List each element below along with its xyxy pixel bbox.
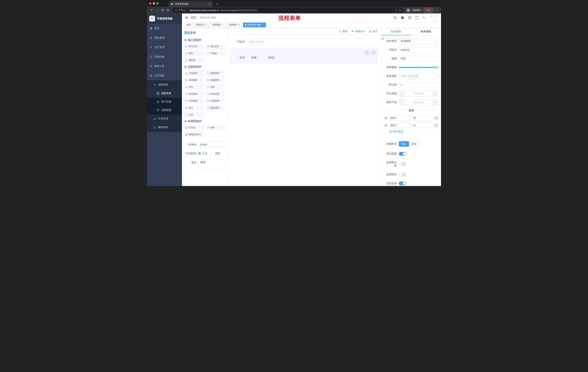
app-logo[interactable]: 芋道管理系统 xyxy=(147,13,182,24)
palette-item-time-picker[interactable]: 时间选择 xyxy=(184,91,204,97)
option-1-value-input[interactable] xyxy=(412,115,433,121)
option-drag-icon[interactable] xyxy=(384,124,387,127)
phone-input[interactable] xyxy=(247,39,378,45)
palette-item-table[interactable]: 表格[开发中] xyxy=(184,132,204,137)
sidebar-item-task-management[interactable]: 任务管理 xyxy=(147,114,182,123)
bookmark-star-icon[interactable] xyxy=(399,9,401,11)
browser-tab[interactable]: 芋道管理系统 xyxy=(169,1,213,7)
tag-home[interactable]: 首页 xyxy=(185,22,193,27)
min-select-input[interactable] xyxy=(404,91,432,96)
user-menu[interactable] xyxy=(430,15,439,21)
option-2-label-input[interactable] xyxy=(388,123,410,128)
sidebar-item-process-management[interactable]: 流程管理 xyxy=(147,80,182,89)
clear-button[interactable]: 清空 xyxy=(369,30,378,33)
tab-form-props[interactable]: 表单属性 xyxy=(411,28,441,35)
sidebar-item-devtools[interactable]: 研发工具 xyxy=(147,62,182,71)
remove-option-button[interactable] xyxy=(435,117,438,120)
palette-item-date-picker[interactable]: 日期选择 xyxy=(184,98,204,104)
form-canvas[interactable]: 手机号 性别 选项一 xyxy=(228,35,381,186)
new-tab-button[interactable] xyxy=(215,2,220,6)
palette-item-single-line-text[interactable]: 单行文本 xyxy=(184,44,204,49)
home-button[interactable] xyxy=(165,8,171,13)
sidebar-toggle-button[interactable] xyxy=(182,16,191,20)
option-2-value-input[interactable] xyxy=(412,123,433,128)
component-type-value[interactable] xyxy=(399,38,438,44)
field-phone[interactable]: 手机号 xyxy=(230,39,378,45)
reload-button[interactable] xyxy=(160,8,165,13)
browser-menu-button[interactable] xyxy=(435,8,439,12)
window-zoom-button[interactable] xyxy=(157,2,159,5)
window-minimize-button[interactable] xyxy=(153,2,155,5)
option-drag-icon[interactable] xyxy=(384,117,387,120)
close-icon[interactable] xyxy=(262,24,264,26)
forward-button[interactable] xyxy=(154,8,160,13)
increase-button[interactable] xyxy=(432,100,438,105)
palette-item-password[interactable]: 密码 xyxy=(184,51,204,56)
palette-item-switch[interactable]: 开关 xyxy=(184,84,204,90)
view-json-button[interactable]: 查看json xyxy=(351,30,365,33)
sidebar-item-user-group[interactable]: 用户分组 xyxy=(147,97,182,106)
address-bar[interactable]: 不安全 | dashboard.yudao.iocoder.cn/bpm/man… xyxy=(172,8,404,13)
max-select-input[interactable] xyxy=(404,100,432,105)
palette-item-slider[interactable]: 滑块 xyxy=(206,84,226,90)
component-type-select[interactable] xyxy=(399,38,438,44)
remove-option-button[interactable] xyxy=(435,124,438,127)
palette-item-editor[interactable]: 编辑器 xyxy=(184,57,204,63)
close-icon[interactable] xyxy=(238,24,240,26)
grid-slider[interactable] xyxy=(399,64,438,70)
field-name-input[interactable] xyxy=(399,47,438,53)
palette-item-counter[interactable]: 计数器 xyxy=(206,51,226,56)
palette-item-checkbox-group[interactable]: 多选框组 xyxy=(206,77,226,83)
add-option-button[interactable]: 添加选项 xyxy=(389,130,438,133)
sidebar-item-payment[interactable]: 支付管理 xyxy=(147,43,182,52)
increase-button[interactable] xyxy=(432,91,438,96)
palette-item-date-range[interactable]: 日期范围 xyxy=(206,98,226,104)
palette-item-select[interactable]: 下拉选择 xyxy=(184,70,204,76)
option-style-default-button[interactable]: 默认 xyxy=(399,141,409,147)
key-icon[interactable] xyxy=(395,9,398,11)
label-width-input[interactable] xyxy=(399,73,438,79)
palette-item-color-picker[interactable]: 颜色选择 xyxy=(206,105,226,110)
back-button[interactable] xyxy=(149,8,154,13)
selected-widget-gender[interactable]: 性别 选项一 选项二 xyxy=(230,48,378,64)
palette-item-upload[interactable]: 上传 xyxy=(184,112,204,117)
sidebar-item-home[interactable]: 首页 xyxy=(147,24,182,33)
sidebar-item-process-model[interactable]: 流程模型 xyxy=(147,106,182,114)
show-label-switch[interactable] xyxy=(399,152,406,156)
sidebar-item-process-form[interactable]: 流程表单 xyxy=(147,89,182,97)
title-input[interactable] xyxy=(399,56,438,62)
border-switch[interactable] xyxy=(399,162,406,166)
slider-handle[interactable] xyxy=(436,66,439,69)
close-icon[interactable] xyxy=(205,24,207,26)
disabled-switch[interactable] xyxy=(399,173,406,176)
option-1-label-input[interactable] xyxy=(388,115,410,121)
tag-process-definition[interactable]: 流程定义 xyxy=(194,22,209,27)
default-value-input[interactable] xyxy=(399,82,438,88)
search-icon[interactable] xyxy=(394,16,397,20)
decrease-button[interactable] xyxy=(399,100,404,105)
required-switch[interactable] xyxy=(399,182,406,185)
form-remark-textarea[interactable]: 嘿嘿 xyxy=(198,159,226,170)
close-icon[interactable] xyxy=(222,24,224,26)
tag-process-form-edit[interactable]: 流程表单-编辑 xyxy=(243,22,266,27)
option-style-button-button[interactable]: 按钮 xyxy=(409,141,419,147)
sidebar-item-system[interactable]: 系统管理 xyxy=(147,33,182,43)
palette-item-cascader[interactable]: 级联选择 xyxy=(206,70,226,76)
sidebar-item-infrastructure[interactable]: 基础设施 xyxy=(147,52,182,62)
palette-item-rate[interactable]: 评分 xyxy=(184,105,204,110)
delete-widget-button[interactable] xyxy=(371,50,376,55)
window-close-button[interactable] xyxy=(149,2,151,5)
gender-option-1-checkbox[interactable]: 选项一 xyxy=(247,56,259,59)
palette-item-time-range[interactable]: 时间范围 xyxy=(206,91,226,97)
tab-component-props[interactable]: 组件属性 xyxy=(381,28,411,35)
sidebar-item-workflow[interactable]: 工作流程 xyxy=(147,71,182,80)
breadcrumb-home[interactable]: 首页 xyxy=(191,16,196,19)
palette-item-multi-line-text[interactable]: 多行文本 xyxy=(206,44,226,49)
browser-update-button[interactable]: 更新 xyxy=(423,8,433,13)
font-size-icon[interactable] xyxy=(423,16,426,20)
status-off-radio[interactable]: 关闭 xyxy=(211,150,220,156)
decrease-button[interactable] xyxy=(399,91,404,96)
gender-option-2-checkbox[interactable]: 选项二 xyxy=(264,56,276,59)
slider-track[interactable] xyxy=(399,67,438,68)
palette-item-row-container[interactable]: 行容器 xyxy=(184,125,204,130)
